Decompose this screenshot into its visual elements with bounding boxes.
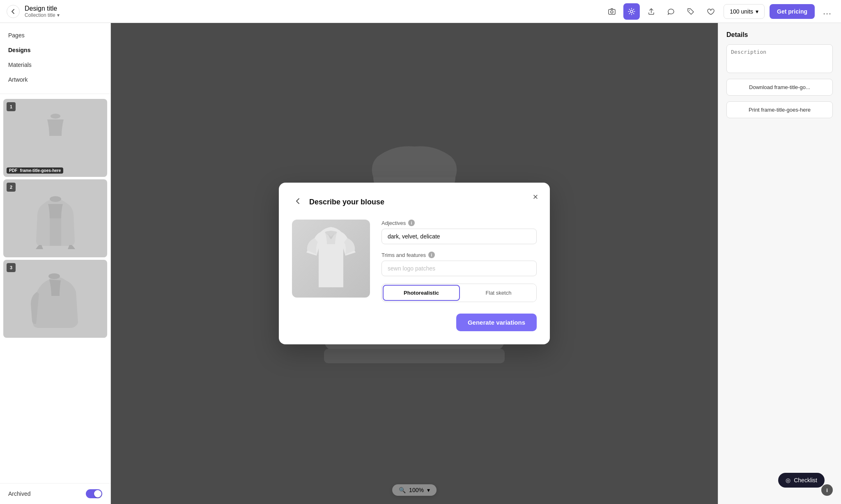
page-1-thumbnail: [31, 107, 80, 169]
like-tool-button[interactable]: [702, 3, 719, 20]
page-number-1: 1: [7, 102, 16, 111]
sidebar-pages: 1 PDF frame-title-goes-here 2: [0, 96, 110, 483]
blouse-thumbnail: [298, 224, 364, 293]
adjectives-input[interactable]: [381, 229, 537, 244]
info-button[interactable]: i: [821, 484, 833, 496]
page-thumb-3[interactable]: 3: [3, 260, 107, 338]
checklist-label: Checklist: [794, 477, 817, 483]
page-2-thumbnail: [31, 188, 80, 249]
toolbar: [604, 3, 719, 20]
settings-tool-button[interactable]: [623, 3, 640, 20]
units-button[interactable]: 100 units ▾: [724, 4, 765, 19]
header-right: 100 units ▾ Get pricing …: [724, 4, 834, 19]
design-title: Design title: [25, 5, 599, 12]
page-number-3: 3: [7, 263, 16, 272]
modal-body: Adjectives i Trims and features: [292, 220, 537, 302]
print-frame-button[interactable]: Print frame-title-goes-here: [726, 101, 833, 118]
app-header: Design title Collection title ▾ 100 unit…: [0, 0, 841, 23]
generate-variations-button[interactable]: Generate variations: [456, 314, 537, 331]
sidebar-item-artwork[interactable]: Artwork: [0, 72, 110, 87]
trims-group: Trims and features i: [381, 252, 537, 276]
description-input[interactable]: [726, 44, 833, 73]
modal-close-button[interactable]: ×: [529, 191, 542, 203]
svg-point-2: [630, 10, 633, 13]
archived-toggle[interactable]: [86, 489, 102, 498]
archived-label: Archived: [8, 490, 30, 497]
sidebar-item-pages[interactable]: Pages: [0, 28, 110, 43]
modal-overlay: Describe your blouse ×: [111, 23, 718, 504]
get-pricing-button[interactable]: Get pricing: [770, 4, 815, 19]
svg-rect-0: [609, 9, 615, 14]
sidebar: Pages Designs Materials Artwork 1 PDF fr…: [0, 23, 111, 504]
modal-back-button[interactable]: [292, 196, 304, 208]
sidebar-archived-section: Archived: [0, 483, 110, 504]
comment-tool-button[interactable]: [663, 3, 679, 20]
modal-product-image: [292, 220, 370, 298]
page-badge-1: PDF frame-title-goes-here: [7, 167, 63, 174]
page-thumb-1[interactable]: 1 PDF frame-title-goes-here: [3, 99, 107, 177]
camera-tool-button[interactable]: [604, 3, 620, 20]
style-toggle: Photorealistic Flat sketch: [381, 284, 537, 302]
panel-title: Details: [726, 31, 833, 39]
right-panel: Details Download frame-title-go... Print…: [718, 23, 841, 504]
adjectives-group: Adjectives i: [381, 220, 537, 244]
back-button[interactable]: [7, 5, 20, 18]
modal-header: Describe your blouse: [292, 196, 537, 208]
trims-info-icon: i: [428, 252, 435, 258]
share-tool-button[interactable]: [643, 3, 659, 20]
header-titles: Design title Collection title ▾: [25, 5, 599, 18]
page-3-thumbnail: [29, 267, 82, 331]
describe-modal: Describe your blouse ×: [279, 183, 550, 344]
svg-point-5: [50, 196, 61, 202]
tag-tool-button[interactable]: [682, 3, 699, 20]
modal-title: Describe your blouse: [309, 198, 384, 206]
adjectives-info-icon: i: [408, 220, 415, 226]
more-button[interactable]: …: [820, 4, 834, 19]
adjectives-label: Adjectives i: [381, 220, 537, 226]
svg-point-6: [48, 273, 60, 279]
trims-input[interactable]: [381, 261, 537, 276]
sidebar-item-materials[interactable]: Materials: [0, 57, 110, 72]
sidebar-item-designs[interactable]: Designs: [0, 43, 110, 57]
trims-label: Trims and features i: [381, 252, 537, 258]
collection-selector[interactable]: Collection title ▾: [25, 12, 599, 18]
style-option-photorealistic[interactable]: Photorealistic: [383, 285, 460, 301]
svg-point-4: [51, 114, 60, 119]
page-thumb-2[interactable]: 2: [3, 179, 107, 257]
page-number-2: 2: [7, 183, 16, 192]
modal-footer: Generate variations: [292, 314, 537, 331]
download-frame-button[interactable]: Download frame-title-go...: [726, 79, 833, 96]
checklist-button[interactable]: ◎ Checklist: [778, 473, 825, 488]
sidebar-nav: Pages Designs Materials Artwork: [0, 23, 110, 92]
svg-point-1: [611, 11, 613, 13]
checklist-icon: ◎: [786, 477, 790, 483]
main-layout: Pages Designs Materials Artwork 1 PDF fr…: [0, 23, 841, 504]
svg-point-3: [689, 10, 690, 11]
toggle-knob: [94, 490, 101, 497]
modal-form: Adjectives i Trims and features: [381, 220, 537, 302]
canvas-area: a noble hood 🔍 100% ▾ Describe your blou…: [111, 23, 718, 504]
sidebar-divider: [0, 94, 110, 94]
style-option-flat-sketch[interactable]: Flat sketch: [461, 284, 536, 302]
